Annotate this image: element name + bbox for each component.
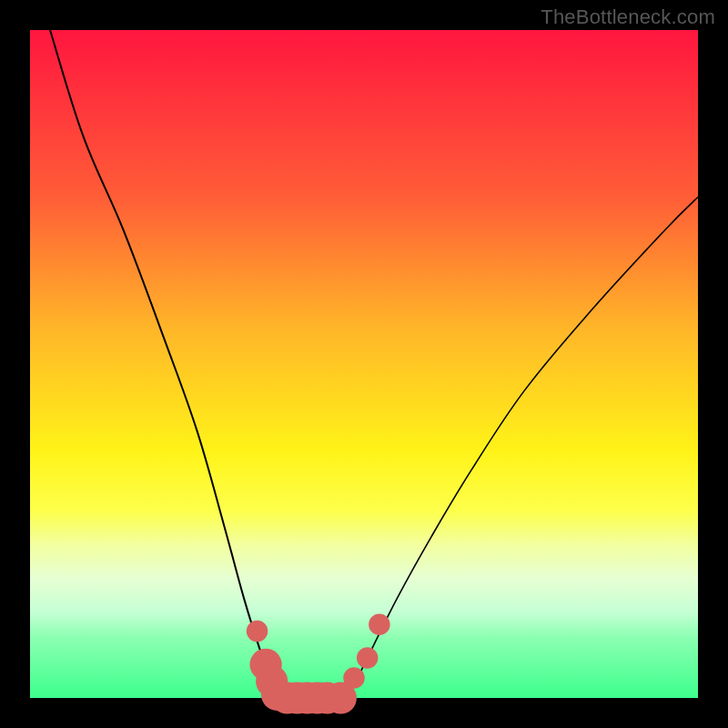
watermark-text: TheBottleneck.com bbox=[541, 5, 715, 29]
series-right-branch bbox=[344, 197, 698, 699]
chart-markers bbox=[247, 614, 390, 714]
chart-plot-area bbox=[30, 30, 698, 698]
chart-lines bbox=[50, 30, 698, 698]
series-left-branch bbox=[50, 30, 278, 698]
chart-frame: TheBottleneck.com bbox=[0, 0, 728, 728]
marker-10 bbox=[343, 667, 364, 688]
marker-0 bbox=[247, 621, 268, 642]
marker-11 bbox=[357, 647, 378, 668]
chart-svg bbox=[30, 30, 698, 698]
marker-12 bbox=[369, 614, 389, 635]
